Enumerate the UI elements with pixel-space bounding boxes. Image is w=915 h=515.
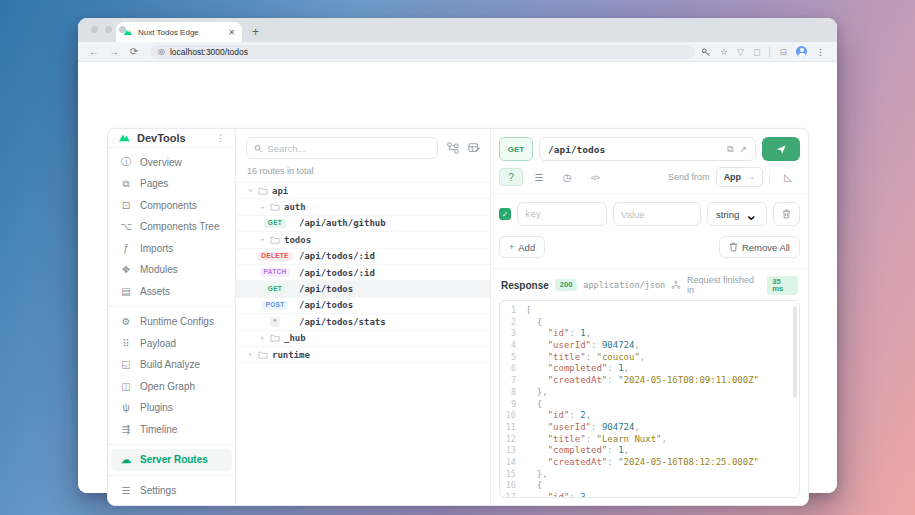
route-input[interactable]: /api/todos ⧉ ↗ [539,137,756,161]
route-row[interactable]: GET/api/todos [236,281,490,297]
media-control-icon[interactable]: ⊟ [779,47,787,57]
tab-snippets-icon[interactable]: </> [583,168,607,186]
sidebar-item-runtime-configs[interactable]: ⚙Runtime Configs [108,311,235,333]
route-folder-runtime[interactable]: ›runtime [236,347,490,363]
profile-avatar[interactable] [796,46,807,57]
bookmark-star-icon[interactable]: ☆ [720,47,728,57]
devtools-menu-icon[interactable]: ⋮ [216,133,225,143]
new-tab-button[interactable]: + [252,25,259,39]
chevron-down-icon[interactable]: › [258,235,267,245]
folder-icon [270,235,280,245]
sidebar-item-plugins[interactable]: ψPlugins [108,397,235,419]
plugins-icon: ψ [120,402,132,413]
send-from-select[interactable]: App ⌄ [716,167,763,187]
extension-b-icon[interactable]: ◻ [753,47,760,57]
code-line: 17 "id": 3, [500,492,799,498]
sidebar-divider [108,475,235,476]
window-controls[interactable] [91,26,126,33]
sidebar-item-label: Settings [140,485,176,496]
code-line: 1[ [500,305,799,317]
line-number: 16 [500,480,526,492]
param-key-input[interactable] [517,202,607,226]
search-box[interactable] [246,137,438,159]
route-row[interactable]: GET/api/auth/github [236,216,490,232]
open-external-icon[interactable]: ↗ [739,144,747,154]
chevron-down-icon[interactable]: › [246,186,255,196]
code-line: 8 }, [500,387,799,399]
forward-icon[interactable]: → [106,46,122,57]
sidebar-item-pages[interactable]: ⧉Pages [108,173,235,195]
route-row[interactable]: PATCH/api/todos/:id [236,265,490,281]
site-info-icon[interactable]: ◎ [158,47,165,56]
devtools-header: DevTools ⋮ [108,129,235,148]
sidebar-item-components[interactable]: ⊡Components [108,195,235,217]
route-row[interactable]: DELETE/api/todos/:id [236,249,490,265]
sidebar-item-payload[interactable]: ⠿Payload [108,333,235,355]
scrollbar-thumb[interactable] [793,306,797,398]
route-folder-_hub[interactable]: ›_hub [236,331,490,347]
overview-icon: ⓘ [120,155,132,169]
modules-icon: ❖ [120,264,132,275]
param-type-value: string [716,209,745,220]
sidebar-item-modules[interactable]: ❖Modules [108,259,235,281]
param-enabled-checkbox[interactable]: ✓ [499,208,511,220]
sidebar-item-imports[interactable]: ƒImports [108,238,235,260]
sidebar-item-build-analyze[interactable]: ◱Build Analyze [108,354,235,376]
send-request-button[interactable] [762,137,800,161]
route-folder-api[interactable]: ›api [236,183,490,199]
chevron-right-icon[interactable]: › [245,350,255,359]
search-input[interactable] [267,143,430,154]
chevron-down-icon[interactable]: › [258,202,267,212]
sidebar-item-overview[interactable]: ⓘOverview [108,152,235,174]
tree-view-toggle-icon[interactable] [447,142,459,154]
tab-timer-icon[interactable]: ◷ [555,168,579,186]
code-lines: 1[2 {3 "id": 1,4 "userId": 904724,5 "tit… [500,305,799,498]
sidebar-item-settings[interactable]: ☰Settings [108,480,235,502]
delete-param-button[interactable] [773,202,800,226]
route-folder-auth[interactable]: ›auth [236,199,490,215]
request-panel: GET /api/todos ⧉ ↗ ? ☰ ◷ </> [491,129,808,505]
extension-a-icon[interactable]: ▽ [737,47,744,57]
copy-route-icon[interactable]: ⧉ [727,144,733,155]
sidebar-item-assets[interactable]: ▤Assets [108,281,235,303]
send-from-group: Send from App ⌄ ◺ [668,167,800,187]
browser-tab[interactable]: Nuxt Todos Edge ✕ [116,22,242,42]
route-folder-todos[interactable]: ›todos [236,232,490,248]
method-badge[interactable]: GET [499,137,533,161]
folder-name: todos [284,235,311,245]
back-icon[interactable]: ← [86,46,102,57]
sidebar-item-components-tree[interactable]: ⌥Components Tree [108,216,235,238]
browser-menu-icon[interactable]: ⋮ [816,47,825,57]
sidebar-item-label: Pages [140,178,168,189]
edit-list-icon[interactable] [468,142,480,154]
window-maximize-button[interactable] [119,26,126,33]
chevron-down-icon: ⌄ [749,173,755,181]
add-param-button[interactable]: +Add [499,236,545,258]
sidebar-item-open-graph[interactable]: ◫Open Graph [108,376,235,398]
param-value-input[interactable] [613,202,701,226]
response-body[interactable]: 1[2 {3 "id": 1,4 "userId": 904724,5 "tit… [499,300,800,498]
route-row[interactable]: POST/api/todos [236,298,490,314]
payload-size-icon [671,280,681,290]
sidebar-item-server-routes[interactable]: ☁Server Routes [111,449,232,471]
method-badge-post: POST [262,301,289,311]
window-minimize-button[interactable] [105,26,112,33]
tab-headers-icon[interactable]: ☰ [527,168,551,186]
sidebar-item-label: Payload [140,338,176,349]
tab-close-icon[interactable]: ✕ [228,28,235,37]
route-path: /api/todos/stats [299,317,386,327]
code-line: 3 "id": 1, [500,328,799,340]
window-close-button[interactable] [91,26,98,33]
param-type-select[interactable]: string ⌄ [707,202,767,226]
metrics-icon[interactable]: ◺ [776,168,800,186]
chevron-right-icon[interactable]: › [257,334,267,343]
address-bar[interactable]: ◎ localhost:3000/todos [150,45,695,59]
reload-icon[interactable]: ⟳ [126,46,142,57]
sidebar-item-timeline[interactable]: ⇶Timeline [108,419,235,441]
route-row[interactable]: */api/todos/stats [236,314,490,330]
send-from-value: App [724,172,742,182]
tab-params-help-icon[interactable]: ? [499,168,523,186]
route-path: /api/todos [299,300,353,310]
password-key-icon[interactable] [701,47,711,57]
remove-all-button[interactable]: Remove All [719,236,800,258]
